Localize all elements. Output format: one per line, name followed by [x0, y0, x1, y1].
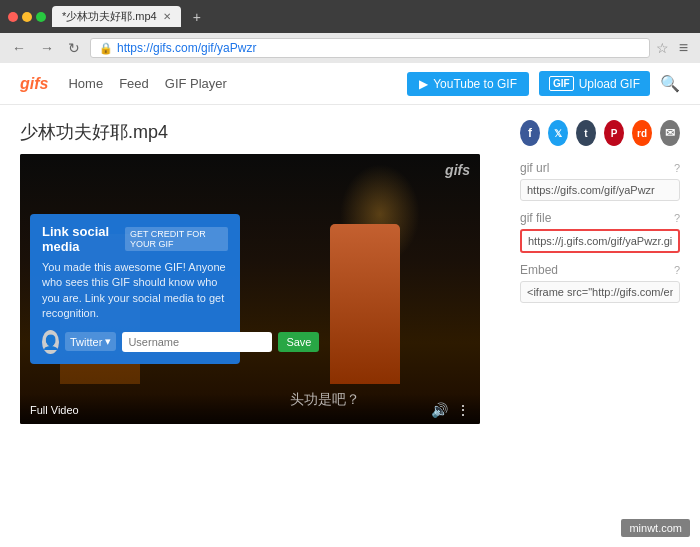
volume-button[interactable]: 🔊 [431, 402, 448, 418]
reddit-share-icon[interactable]: rd [632, 120, 652, 146]
refresh-button[interactable]: ↻ [64, 38, 84, 58]
pinterest-share-icon[interactable]: P [604, 120, 624, 146]
gif-url-input[interactable] [520, 179, 680, 201]
nav-right: ▶ YouTube to GIF GIF Upload GIF 🔍 [407, 71, 680, 96]
avatar-icon: 👤 [42, 334, 59, 350]
watermark: minwt.com [621, 519, 690, 537]
twitter-share-icon[interactable]: 𝕏 [548, 120, 568, 146]
nav-feed[interactable]: Feed [119, 76, 149, 91]
browser-tab[interactable]: *少林功夫好耶.mp4 ✕ [52, 6, 181, 27]
user-avatar: 👤 [42, 330, 59, 354]
nav-links: Home Feed GIF Player [68, 76, 226, 91]
video-caption: 头功是吧？ [290, 391, 360, 409]
controls-right: 🔊 ⋮ [431, 402, 470, 418]
bookmark-icon[interactable]: ☆ [656, 40, 669, 56]
close-button[interactable] [8, 12, 18, 22]
youtube-to-gif-button[interactable]: ▶ YouTube to GIF [407, 72, 529, 96]
embed-section: Embed ? [520, 263, 680, 303]
minimize-button[interactable] [22, 12, 32, 22]
embed-label: Embed [520, 263, 558, 277]
username-input[interactable] [122, 332, 272, 352]
right-sidebar: f 𝕏 t P rd ✉ gif url ? gif file ? [520, 120, 680, 424]
overlay-form: 👤 Twitter ▾ Save [42, 330, 228, 354]
url-display: https://gifs.com/gif/yaPwzr [117, 41, 641, 55]
youtube-icon: ▶ [419, 77, 428, 91]
overlay-description: You made this awesome GIF! Anyone who se… [42, 260, 228, 322]
social-save-button[interactable]: Save [278, 332, 319, 352]
person-right [330, 224, 400, 384]
embed-input[interactable] [520, 281, 680, 303]
window-controls [8, 12, 46, 22]
overlay-title: Link social media [42, 224, 125, 254]
gif-file-label-row: gif file ? [520, 211, 680, 225]
browser-titlebar: *少林功夫好耶.mp4 ✕ + [0, 0, 700, 33]
maximize-button[interactable] [36, 12, 46, 22]
youtube-btn-label: YouTube to GIF [433, 77, 517, 91]
tab-close-icon[interactable]: ✕ [163, 11, 171, 22]
main-content: 少林功夫好耶.mp4 gifs Link social media GET CR… [0, 105, 700, 439]
left-column: 少林功夫好耶.mp4 gifs Link social media GET CR… [20, 120, 500, 424]
platform-select[interactable]: Twitter ▾ [65, 332, 116, 351]
browser-toolbar: ← → ↻ 🔒 https://gifs.com/gif/yaPwzr ☆ ≡ [0, 33, 700, 63]
overlay-header: Link social media GET CREDIT FOR YOUR GI… [42, 224, 228, 254]
ssl-icon: 🔒 [99, 42, 113, 55]
email-share-icon[interactable]: ✉ [660, 120, 680, 146]
nav-home[interactable]: Home [68, 76, 103, 91]
gif-url-section: gif url ? [520, 161, 680, 201]
back-button[interactable]: ← [8, 38, 30, 58]
platform-label: Twitter [70, 336, 102, 348]
gif-file-help[interactable]: ? [674, 212, 680, 224]
platform-chevron: ▾ [105, 335, 111, 348]
social-overlay: Link social media GET CREDIT FOR YOUR GI… [30, 214, 240, 364]
site-logo: gifs [20, 75, 48, 93]
page-content: gifs Home Feed GIF Player ▶ YouTube to G… [0, 63, 700, 547]
facebook-share-icon[interactable]: f [520, 120, 540, 146]
gif-badge: GIF [549, 76, 574, 91]
page-title: 少林功夫好耶.mp4 [20, 120, 500, 144]
address-bar[interactable]: 🔒 https://gifs.com/gif/yaPwzr [90, 38, 650, 58]
gif-url-label-row: gif url ? [520, 161, 680, 175]
embed-label-row: Embed ? [520, 263, 680, 277]
tab-title: *少林功夫好耶.mp4 [62, 9, 157, 24]
menu-icon[interactable]: ≡ [675, 37, 692, 59]
gif-url-help[interactable]: ? [674, 162, 680, 174]
overlay-credit: GET CREDIT FOR YOUR GIF [125, 227, 228, 251]
site-nav: gifs Home Feed GIF Player ▶ YouTube to G… [0, 63, 700, 105]
more-options-button[interactable]: ⋮ [456, 402, 470, 418]
upload-gif-button[interactable]: GIF Upload GIF [539, 71, 650, 96]
gif-url-label: gif url [520, 161, 549, 175]
browser-window: *少林功夫好耶.mp4 ✕ + ← → ↻ 🔒 https://gifs.com… [0, 0, 700, 63]
video-controls: Full Video 头功是吧？ 🔊 ⋮ [20, 394, 480, 424]
gif-file-label: gif file [520, 211, 551, 225]
tumblr-share-icon[interactable]: t [576, 120, 596, 146]
search-button[interactable]: 🔍 [660, 74, 680, 93]
gif-file-input[interactable] [520, 229, 680, 253]
social-share-icons: f 𝕏 t P rd ✉ [520, 120, 680, 146]
upload-gif-label: Upload GIF [579, 77, 640, 91]
forward-button[interactable]: → [36, 38, 58, 58]
gifs-watermark: gifs [445, 162, 470, 178]
gif-file-section: gif file ? [520, 211, 680, 253]
controls-left: Full Video [30, 404, 79, 416]
full-video-button[interactable]: Full Video [30, 404, 79, 416]
new-tab-button[interactable]: + [187, 7, 207, 27]
embed-help[interactable]: ? [674, 264, 680, 276]
video-player[interactable]: gifs Link social media GET CREDIT FOR YO… [20, 154, 480, 424]
nav-gif-player[interactable]: GIF Player [165, 76, 227, 91]
